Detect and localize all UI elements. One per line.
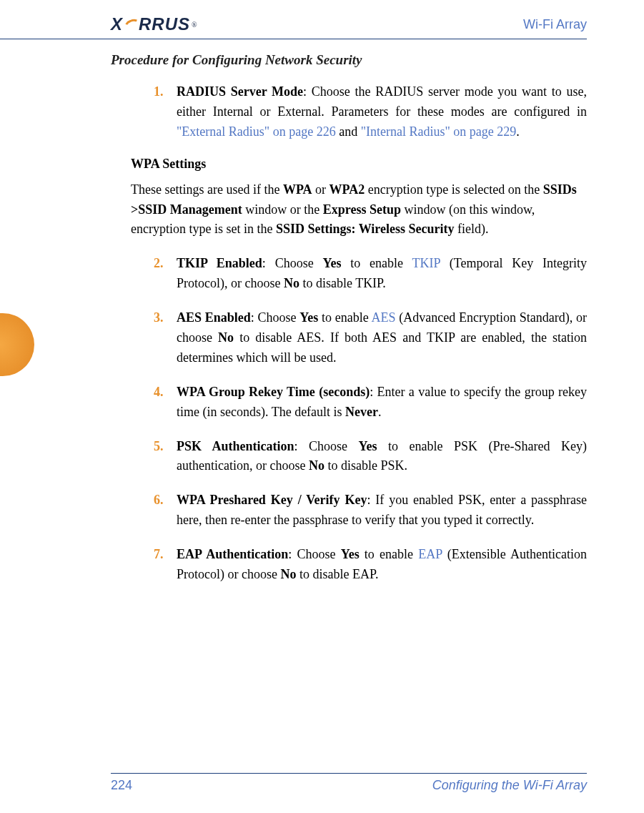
text: : Choose [262,256,323,270]
xref-link[interactable]: "External Radius" on page 226 [177,124,336,139]
text: to enable [341,256,412,270]
bold: Yes [359,439,377,453]
list-item-7: 7. EAP Authentication: Choose Yes to ena… [154,545,587,585]
list-number: 1. [154,82,177,142]
logo-swoosh-icon [124,18,137,31]
list-body: WPA Group Rekey Time (seconds): Enter a … [177,383,587,423]
bold: Yes [299,310,318,325]
bold: SSID Settings: Wireless Security [276,222,455,236]
text: and [336,124,361,139]
list-number: 7. [154,545,177,585]
wpa-settings-heading: WPA Settings [111,157,587,172]
text: to enable [318,310,371,325]
list-body: AES Enabled: Choose Yes to enable AES (A… [177,308,587,368]
brand-logo: X RRUS ® [111,14,197,34]
term: RADIUS Server Mode [177,84,303,99]
bold: Yes [322,256,341,270]
text: to disable EAP. [296,567,378,581]
term: PSK Authentication [177,439,294,453]
term: WPA Preshared Key / Verify Key [177,493,367,507]
list-item-5: 5. PSK Authentication: Choose Yes to ena… [154,437,587,477]
logo-registered-icon: ® [192,21,197,29]
xref-link[interactable]: "Internal Radius" on page 229 [361,124,517,139]
bold: WPA2 [330,182,365,197]
xref-link[interactable]: AES [372,310,396,325]
list-number: 2. [154,254,177,294]
xref-link[interactable]: TKIP [412,256,440,270]
term: WPA Group Rekey Time (seconds) [177,385,370,399]
header-product-name: Wi-Fi Array [523,17,587,32]
list-body: TKIP Enabled: Choose Yes to enable TKIP … [177,254,587,294]
xref-link[interactable]: EAP [418,547,442,561]
list-item-1: 1. RADIUS Server Mode: Choose the RADIUS… [154,82,587,142]
bold: No [280,567,296,581]
side-tab-decor [0,313,34,376]
page-header: X RRUS ® Wi-Fi Array [0,14,587,39]
list-number: 4. [154,383,177,423]
text: or [312,182,330,197]
list-body: EAP Authentication: Choose Yes to enable… [177,545,587,585]
list-number: 3. [154,308,177,368]
bold: No [309,458,325,473]
bold: WPA [283,182,312,197]
procedure-title: Procedure for Configuring Network Securi… [111,52,587,68]
text: to disable TKIP. [299,276,386,290]
text: : Choose [288,547,340,561]
text: These settings are used if the [131,182,283,197]
text: to disable AES. If both AES and TKIP are… [177,330,587,365]
logo-text: X [111,14,123,34]
list-item-2: 2. TKIP Enabled: Choose Yes to enable TK… [154,254,587,294]
text: to disable PSK. [325,458,407,473]
bold: Yes [341,547,360,561]
bold: Express Setup [323,202,401,217]
bold: Never [345,405,378,419]
text: : Choose [294,439,359,453]
page-footer: 224 Configuring the Wi-Fi Array [111,773,587,793]
page-number: 224 [111,778,132,793]
list-number: 5. [154,437,177,477]
wpa-settings-paragraph: These settings are used if the WPA or WP… [111,180,587,240]
text: to enable [360,547,419,561]
list-item-4: 4. WPA Group Rekey Time (seconds): Enter… [154,383,587,423]
bold: No [218,330,234,345]
term: EAP Authentication [177,547,288,561]
footer-section-title: Configuring the Wi-Fi Array [432,778,587,793]
list-item-6: 6. WPA Preshared Key / Verify Key: If yo… [154,491,587,531]
text: field). [454,222,488,236]
list-body: WPA Preshared Key / Verify Key: If you e… [177,491,587,531]
term: AES Enabled [177,310,251,325]
text: : Choose [251,310,300,325]
logo-text-2: RRUS [139,14,190,34]
list-number: 6. [154,491,177,531]
list-item-3: 3. AES Enabled: Choose Yes to enable AES… [154,308,587,368]
text: window or the [242,202,323,217]
text: encryption type is selected on the [365,182,543,197]
term: TKIP Enabled [177,256,262,270]
bold: No [284,276,299,290]
text: . [378,405,382,419]
text: . [516,124,520,139]
list-body: PSK Authentication: Choose Yes to enable… [177,437,587,477]
list-body: RADIUS Server Mode: Choose the RADIUS se… [177,82,587,142]
